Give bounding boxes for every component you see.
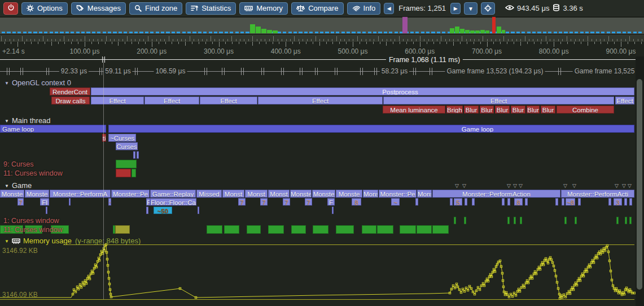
zone[interactable]: Effect [615, 97, 634, 104]
zone[interactable] [578, 198, 581, 206]
info-button[interactable]: Info [347, 2, 381, 15]
section-header-game[interactable]: ▼Game [5, 181, 32, 190]
zone[interactable]: Monste [312, 190, 335, 198]
next-frame-button[interactable]: ▶ [450, 3, 461, 14]
frame-bar[interactable] [256, 27, 261, 33]
time-ruler[interactable]: +2.14 s 100.00 μs200.00 μs300.00 μs400.0… [0, 42, 644, 56]
zone[interactable]: Draw calls [51, 97, 90, 104]
memory-usage-plot[interactable] [0, 243, 636, 302]
zone[interactable]: Monster::Pe [379, 190, 417, 198]
messages-button[interactable]: Messages [71, 2, 126, 15]
lock-zone[interactable] [362, 225, 376, 234]
zone[interactable]: 8 [352, 198, 361, 206]
zone[interactable] [332, 207, 334, 214]
lock-zone[interactable] [625, 217, 627, 224]
lock-zone[interactable] [507, 217, 510, 224]
zone[interactable] [198, 207, 199, 214]
zone[interactable]: Effect [91, 97, 144, 104]
zone[interactable] [465, 198, 467, 206]
zone[interactable] [415, 198, 418, 206]
zone[interactable] [507, 198, 510, 206]
frame-bar[interactable] [460, 29, 465, 33]
lock-zone[interactable] [377, 225, 393, 234]
frame-bar[interactable] [502, 30, 505, 33]
message-marker-icon[interactable]: ▽ [519, 183, 523, 189]
lock-zone[interactable] [291, 225, 306, 234]
frame-bar[interactable] [480, 30, 485, 33]
zone[interactable]: Combine [557, 106, 614, 113]
zone[interactable]: Blur [480, 106, 494, 113]
options-button[interactable]: Options [21, 2, 68, 15]
lock-zone[interactable] [454, 217, 456, 224]
goto-frame-button[interactable] [481, 2, 495, 15]
frame-bar[interactable] [470, 30, 475, 33]
zone[interactable]: ~Curses [108, 134, 136, 142]
lock-zone[interactable] [116, 169, 131, 177]
lock-zone[interactable] [432, 225, 449, 234]
frame-bar[interactable] [497, 27, 501, 33]
frame-bar[interactable] [267, 30, 272, 33]
zone[interactable]: F [146, 198, 150, 206]
zone[interactable]: Curses [116, 142, 138, 150]
zone[interactable] [562, 198, 564, 206]
zone[interactable]: Game loop [108, 125, 634, 133]
vertical-scrollbar[interactable] [636, 56, 644, 306]
zone[interactable]: Mons [363, 190, 378, 198]
zone[interactable]: Blur [527, 106, 540, 113]
zone[interactable]: Postprocess [91, 88, 634, 95]
message-marker-icon[interactable]: ▽ [462, 183, 466, 189]
zone[interactable] [608, 198, 611, 206]
compare-button[interactable]: Compare [291, 2, 343, 15]
zone[interactable]: 7 [305, 198, 312, 206]
lock-zone[interactable] [464, 217, 466, 224]
lock-zone[interactable] [417, 225, 432, 234]
frame-bar[interactable] [450, 28, 454, 33]
zone[interactable]: Monste [290, 190, 312, 198]
lock-zone[interactable] [629, 217, 632, 224]
zone[interactable]: Monst [245, 190, 268, 198]
zone[interactable]: 7 [17, 198, 24, 206]
lock-zone[interactable] [132, 169, 136, 177]
lock-zone[interactable] [207, 225, 222, 234]
zone[interactable] [450, 198, 453, 206]
lock-zone[interactable] [336, 225, 354, 234]
lock-zone[interactable] [247, 225, 261, 234]
lock-zone[interactable] [116, 160, 137, 168]
message-marker-icon[interactable]: ▽ [507, 183, 511, 189]
find-zone-button[interactable]: Find zone [129, 2, 182, 15]
zone[interactable] [502, 198, 505, 206]
zone[interactable]: Game::Replay [150, 190, 196, 198]
lock-zone[interactable] [224, 225, 239, 234]
zone[interactable]: Floor::Floor::Calc [150, 198, 196, 206]
zone[interactable]: Mons [417, 190, 432, 198]
frame-bar[interactable] [250, 24, 255, 33]
frame-bar[interactable] [492, 17, 496, 33]
lock-zone[interactable] [564, 217, 567, 224]
zone[interactable] [629, 198, 632, 206]
zone[interactable] [555, 198, 558, 206]
frame-bar[interactable] [273, 30, 278, 33]
message-marker-icon[interactable]: ▽ [455, 183, 459, 189]
frame-time-strip[interactable] [0, 17, 644, 34]
power-button[interactable] [3, 2, 18, 15]
zone[interactable]: Monst [222, 190, 244, 198]
zone[interactable]: Brigh [446, 106, 463, 113]
zone[interactable] [46, 207, 47, 214]
section-header-opengl[interactable]: ▼OpenGL context 0 [5, 78, 71, 87]
frame-bar[interactable] [485, 30, 489, 33]
zone[interactable] [133, 151, 135, 159]
zone[interactable]: Blur [464, 106, 479, 113]
frame-bar[interactable] [475, 30, 480, 33]
zone[interactable]: 7 [260, 198, 268, 206]
zone[interactable] [69, 198, 71, 206]
zone[interactable]: Monste [25, 190, 49, 198]
zone[interactable]: ~ [391, 198, 400, 206]
memory-button[interactable]: Memory [239, 2, 288, 15]
lock-zone[interactable] [520, 217, 522, 224]
zone[interactable]: Monster::PerformAction [432, 190, 560, 198]
zone[interactable]: 7 [283, 198, 290, 206]
zone[interactable] [137, 151, 139, 159]
zone[interactable]: 3 [614, 198, 622, 206]
message-marker-icon[interactable]: ▽ [513, 183, 517, 189]
zone[interactable]: Blur [495, 106, 510, 113]
